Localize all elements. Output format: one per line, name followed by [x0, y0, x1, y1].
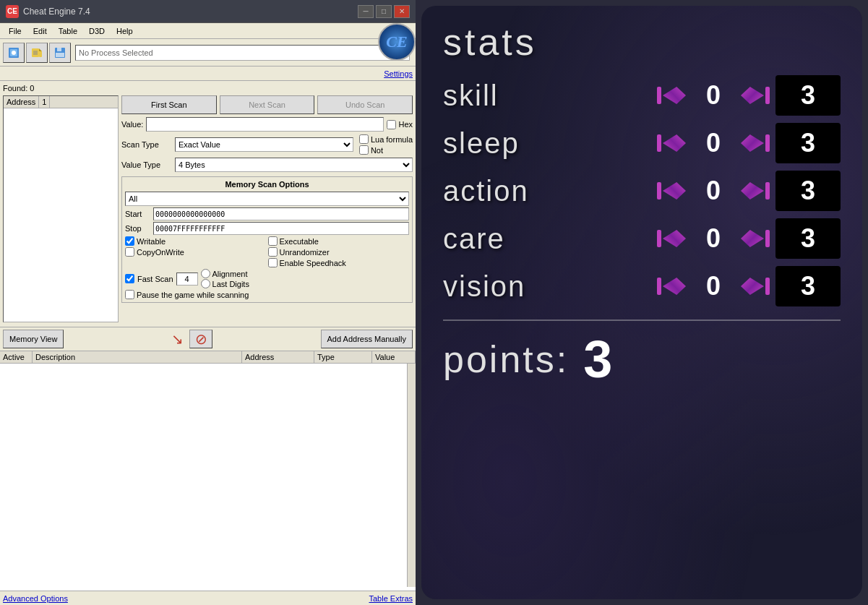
memory-view-button[interactable]: Memory View: [3, 330, 64, 348]
skill-value: 0: [692, 80, 735, 111]
sleep-right-arrow-icon: [741, 134, 764, 152]
fast-scan-label: Fast Scan: [137, 275, 173, 283]
open-file-button[interactable]: [26, 43, 48, 63]
lua-formula-label: Lua formula: [371, 135, 413, 144]
care-decrement-bar: [657, 230, 661, 247]
hex-checkbox[interactable]: [387, 120, 396, 129]
start-input[interactable]: [153, 207, 409, 220]
vision-increment-button[interactable]: [741, 278, 770, 295]
no-process-label: No Process Selected: [79, 48, 153, 57]
table-scrollbar[interactable]: [407, 364, 416, 588]
action-box: 3: [775, 171, 841, 211]
add-address-button[interactable]: Add Address Manually: [321, 330, 413, 348]
vision-decrement-button[interactable]: [657, 278, 686, 295]
care-left-arrow-icon: [663, 230, 686, 247]
scan-panel: First Scan Next Scan Undo Scan Value: He…: [121, 95, 413, 322]
scan-area: Address 1 First Scan Next Scan Undo Scan…: [3, 95, 413, 322]
hex-checkbox-row: Hex: [387, 120, 413, 129]
scan-type-select[interactable]: Exact Value: [175, 137, 353, 152]
process-selector[interactable]: No Process Selected: [75, 45, 410, 61]
advanced-options-label[interactable]: Advanced Options: [3, 594, 369, 603]
action-row: action 0 3: [443, 171, 841, 211]
sleep-increment-button[interactable]: [741, 134, 770, 152]
next-scan-button[interactable]: Next Scan: [220, 95, 315, 114]
executable-checkbox[interactable]: [268, 236, 278, 246]
svg-rect-10: [57, 48, 61, 51]
care-increment-bar: [765, 230, 770, 247]
cheat-engine-window: CE Cheat Engine 7.4 ─ □ ✕ File Edit Tabl…: [0, 0, 416, 605]
divider: [443, 319, 841, 321]
menu-table[interactable]: Table: [53, 25, 83, 37]
menu-file[interactable]: File: [3, 25, 27, 37]
last-digits-radio[interactable]: [201, 279, 210, 288]
sleep-increment-bar: [765, 134, 770, 152]
start-row: Start: [125, 207, 409, 220]
action-increment-button[interactable]: [741, 182, 770, 199]
executable-row: Executable: [268, 236, 410, 246]
pause-checkbox[interactable]: [125, 290, 134, 299]
menu-edit[interactable]: Edit: [27, 25, 53, 37]
not-checkbox[interactable]: [359, 145, 369, 155]
sleep-box: 3: [775, 123, 841, 163]
address-list-header: Address 1: [4, 96, 118, 108]
memory-scan-title: Memory Scan Options: [125, 180, 409, 189]
undo-scan-button[interactable]: Undo Scan: [317, 95, 413, 114]
stats-title: stats: [443, 20, 841, 64]
maximize-button[interactable]: □: [376, 5, 392, 18]
care-label: care: [443, 223, 602, 255]
sleep-decrement-button[interactable]: [657, 134, 686, 152]
care-decrement-button[interactable]: [657, 230, 686, 247]
cancel-scan-button[interactable]: ⊘: [189, 330, 212, 348]
action-controls: 0 3: [657, 171, 841, 211]
scan-buttons: First Scan Next Scan Undo Scan: [121, 95, 413, 114]
table-desc-header: Description: [33, 351, 242, 363]
first-scan-button[interactable]: First Scan: [121, 95, 217, 114]
not-row: Not: [359, 145, 413, 155]
settings-label[interactable]: Settings: [384, 69, 413, 78]
writable-label: Writable: [137, 237, 166, 246]
lua-formula-checkbox[interactable]: [359, 134, 369, 144]
menu-d3d[interactable]: D3D: [83, 25, 111, 37]
skill-decrement-button[interactable]: [657, 87, 686, 104]
last-digits-row: Last Digits: [201, 279, 249, 288]
start-label: Start: [125, 210, 150, 218]
save-button[interactable]: [49, 43, 71, 63]
copy-on-write-checkbox[interactable]: [125, 247, 134, 257]
skill-left-arrow-icon: [663, 87, 686, 104]
table-rows-area[interactable]: [0, 364, 407, 588]
bottom-bar: Memory View ↘ ⊘ Add Address Manually: [0, 327, 416, 351]
value-input[interactable]: [146, 117, 384, 132]
fast-scan-value-input[interactable]: [176, 273, 198, 286]
points-bar: points: 3: [443, 330, 841, 389]
fast-scan-checkbox[interactable]: [125, 274, 134, 283]
action-right-arrow-icon: [741, 182, 764, 199]
vision-left-arrow-icon: [663, 278, 686, 295]
unrandomizer-label: Unrandomizer: [280, 248, 330, 257]
skill-right-arrow-icon: [741, 87, 764, 104]
unrandomizer-checkbox[interactable]: [268, 247, 278, 257]
care-increment-button[interactable]: [741, 230, 770, 247]
fast-scan-row: Fast Scan Alignment Last Digits: [125, 269, 409, 288]
sleep-controls: 0 3: [657, 123, 841, 163]
vision-value: 0: [692, 271, 735, 301]
close-button[interactable]: ✕: [394, 5, 410, 18]
minimize-button[interactable]: ─: [358, 5, 374, 18]
writable-checkbox[interactable]: [125, 236, 134, 246]
vision-label: vision: [443, 270, 602, 303]
stop-input[interactable]: [153, 222, 409, 235]
alignment-radio[interactable]: [201, 269, 210, 278]
action-decrement-button[interactable]: [657, 182, 686, 199]
writable-row: Writable: [125, 236, 267, 246]
table-extras-label[interactable]: Table Extras: [369, 594, 413, 603]
speedhack-checkbox[interactable]: [268, 258, 278, 267]
memory-region-select[interactable]: All: [125, 192, 409, 206]
action-left-arrow-icon: [663, 182, 686, 199]
open-process-button[interactable]: [3, 43, 25, 63]
value-type-select[interactable]: 4 Bytes: [175, 158, 413, 172]
skill-increment-button[interactable]: [741, 87, 770, 104]
svg-point-2: [12, 51, 16, 55]
last-digits-label: Last Digits: [212, 280, 249, 288]
address-list-scroll[interactable]: [4, 108, 118, 322]
menu-help[interactable]: Help: [111, 25, 139, 37]
sleep-left-arrow-icon: [663, 134, 686, 152]
